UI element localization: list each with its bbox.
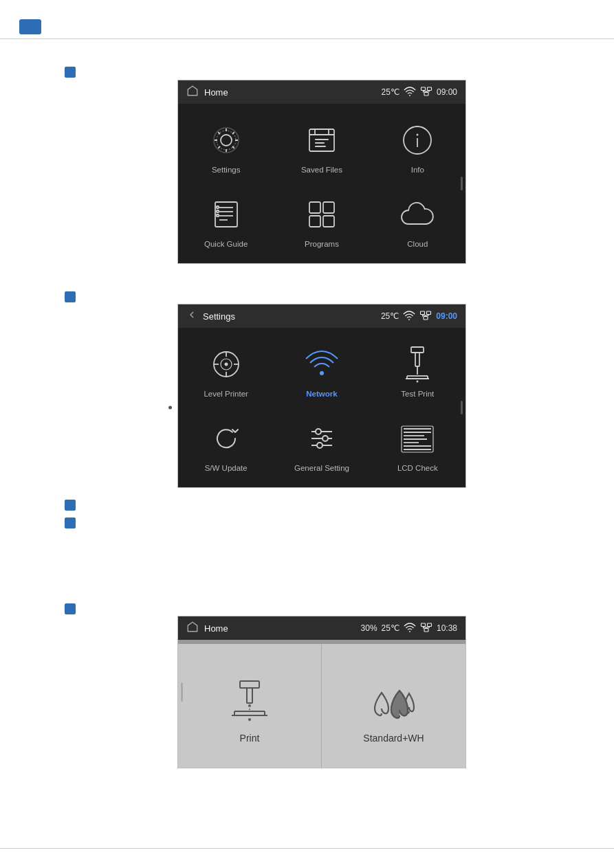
settings-title: Settings xyxy=(203,311,381,322)
svg-point-71 xyxy=(409,631,410,632)
home-screen-body: Settings Saved Files xyxy=(178,104,465,263)
print-screen-title: Home xyxy=(204,623,361,634)
print-status-bar: 30% 25℃ xyxy=(361,623,457,634)
home-info-label: Info xyxy=(411,166,424,174)
home-cloud-label: Cloud xyxy=(407,240,428,248)
quick-guide-icon xyxy=(208,196,245,233)
svg-rect-29 xyxy=(309,202,320,213)
home-savedfiles-item[interactable]: Saved Files xyxy=(274,109,369,183)
wifi-icon xyxy=(404,87,416,98)
svg-rect-28 xyxy=(217,214,219,216)
home-title: Home xyxy=(204,87,382,98)
bullet-2 xyxy=(65,291,76,302)
print-action-icon xyxy=(226,675,274,723)
network-item[interactable]: Network xyxy=(274,333,369,408)
svg-rect-80 xyxy=(247,688,252,703)
print-percent: 30% xyxy=(361,623,377,633)
home-programs-item[interactable]: Programs xyxy=(274,183,369,258)
top-divider xyxy=(0,38,614,39)
settings-icon xyxy=(208,122,245,159)
home-time: 09:00 xyxy=(437,87,457,97)
back-icon[interactable] xyxy=(186,309,197,323)
svg-rect-34 xyxy=(421,311,425,315)
svg-rect-31 xyxy=(309,216,320,227)
general-setting-icon xyxy=(303,420,340,457)
svg-point-48 xyxy=(320,371,324,375)
svg-rect-36 xyxy=(424,316,428,320)
print-action-label: Print xyxy=(240,733,260,744)
settings-screen-header: Settings 25℃ xyxy=(178,304,465,328)
home-quickguide-item[interactable]: Quick Guide xyxy=(178,183,274,258)
settings-temp: 25℃ xyxy=(381,311,399,321)
home-status-bar: 25℃ 09:00 xyxy=(382,87,457,98)
print-screen-body: Print Standard+WH xyxy=(178,644,465,768)
settings-network-icon xyxy=(419,311,432,322)
svg-rect-72 xyxy=(421,623,425,627)
bullet-1 xyxy=(65,67,76,78)
sw-update-label: S/W Update xyxy=(205,464,248,472)
home-info-item[interactable]: Info xyxy=(370,109,465,183)
svg-rect-15 xyxy=(315,139,329,140)
top-indicator xyxy=(19,19,41,34)
svg-point-86 xyxy=(248,718,251,721)
home-settings-label: Settings xyxy=(212,166,241,174)
standard-wh-icon xyxy=(370,675,418,723)
print-network-icon xyxy=(420,623,432,634)
svg-rect-3 xyxy=(424,92,428,96)
bottom-divider xyxy=(0,848,614,849)
sw-update-item[interactable]: S/W Update xyxy=(178,408,274,482)
svg-rect-74 xyxy=(424,628,428,632)
svg-rect-35 xyxy=(427,311,431,315)
svg-point-33 xyxy=(408,319,410,320)
settings-status-bar: 25℃ 09:00 xyxy=(381,311,457,322)
home-screen: Home 25℃ xyxy=(177,80,466,264)
test-print-label: Test Print xyxy=(401,390,434,398)
home-icon xyxy=(186,85,199,100)
svg-rect-32 xyxy=(323,216,334,227)
sw-update-icon xyxy=(208,420,245,457)
home-cloud-item[interactable]: Cloud xyxy=(370,183,465,258)
level-printer-item[interactable]: Level Printer xyxy=(178,333,274,408)
network-icon xyxy=(420,87,432,98)
svg-rect-73 xyxy=(427,623,431,627)
scroll-indicator-1 xyxy=(461,177,463,190)
home-programs-label: Programs xyxy=(305,240,339,248)
test-print-icon xyxy=(399,346,436,383)
general-setting-label: General Setting xyxy=(294,464,349,472)
home-savedfiles-label: Saved Files xyxy=(301,166,342,174)
print-screen: Home 30% 25℃ xyxy=(177,616,466,768)
svg-rect-2 xyxy=(427,87,431,91)
bullet-3 xyxy=(65,500,76,511)
print-screen-header: Home 30% 25℃ xyxy=(178,616,465,640)
svg-rect-30 xyxy=(323,202,334,213)
home-settings-item[interactable]: Settings xyxy=(178,109,274,183)
svg-point-20 xyxy=(417,134,419,136)
print-time: 10:38 xyxy=(437,623,457,633)
svg-point-60 xyxy=(316,429,321,434)
svg-rect-16 xyxy=(315,142,325,144)
svg-rect-49 xyxy=(411,347,424,353)
level-printer-label: Level Printer xyxy=(204,390,248,398)
cloud-icon xyxy=(399,196,436,233)
network-wifi-icon xyxy=(303,346,340,383)
svg-point-42 xyxy=(224,363,228,366)
settings-screen: Settings 25℃ xyxy=(177,304,466,488)
test-print-item[interactable]: Test Print xyxy=(370,333,465,408)
print-item[interactable]: Print xyxy=(178,644,322,768)
bullet-4 xyxy=(65,518,76,528)
settings-screen-body: Level Printer Network xyxy=(178,328,465,487)
general-setting-item[interactable]: General Setting xyxy=(274,408,369,482)
bullet-5 xyxy=(65,603,76,614)
standard-wh-label: Standard+WH xyxy=(363,733,424,744)
settings-wifi-icon xyxy=(403,311,415,322)
svg-rect-79 xyxy=(240,681,259,688)
home-screen-header: Home 25℃ xyxy=(178,80,465,104)
svg-rect-27 xyxy=(217,210,219,212)
standard-wh-item[interactable]: Standard+WH xyxy=(322,644,465,768)
svg-point-10 xyxy=(214,128,239,153)
svg-point-56 xyxy=(417,381,419,383)
lcd-check-item[interactable]: LCD Check xyxy=(370,408,465,482)
settings-time: 09:00 xyxy=(436,311,457,321)
programs-icon xyxy=(303,196,340,233)
level-printer-icon xyxy=(208,346,245,383)
